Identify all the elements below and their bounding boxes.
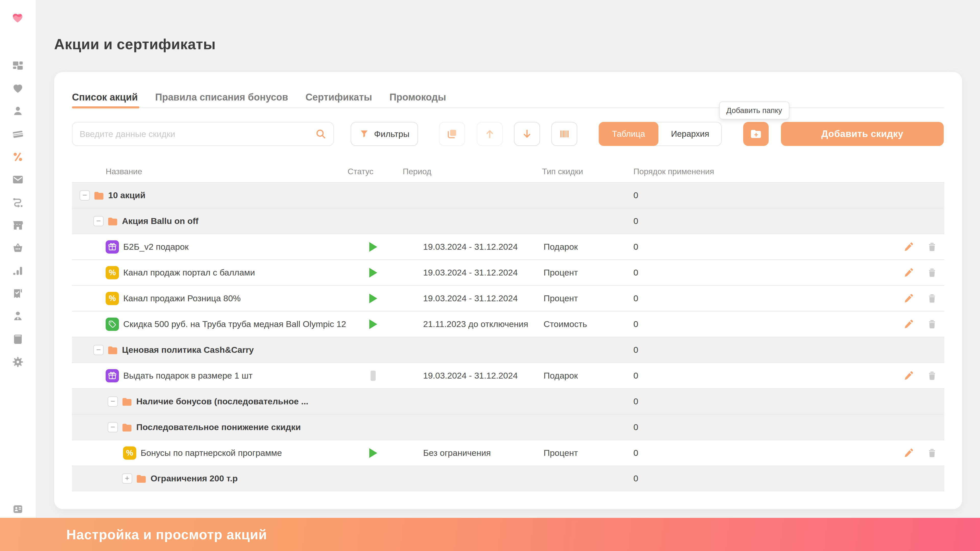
- status-cell: [358, 260, 388, 285]
- status-cell: [358, 208, 388, 233]
- search-input-wrap: [72, 122, 334, 146]
- discount-type-cell: Стоимость: [544, 311, 587, 337]
- period-cell: Без ограничения: [423, 440, 491, 465]
- period-cell: 19.03.2024 - 31.12.2024: [423, 363, 518, 388]
- apply-order-cell: 0: [633, 260, 638, 285]
- table-row[interactable]: %Канал продаж портал с баллами19.03.2024…: [72, 259, 944, 285]
- delete-button[interactable]: [926, 234, 938, 259]
- edit-button[interactable]: [903, 286, 915, 311]
- percent-badge-icon: %: [106, 266, 119, 279]
- status-cell: [358, 363, 388, 388]
- delete-button[interactable]: [926, 260, 938, 285]
- view-toggle-option-hierarchy[interactable]: Иерархия: [659, 122, 722, 145]
- folder-icon: [121, 422, 133, 433]
- table-row[interactable]: Выдать подарок в размере 1 шт19.03.2024 …: [72, 362, 944, 388]
- delete-button[interactable]: [926, 440, 938, 465]
- move-down-button[interactable]: [514, 122, 540, 146]
- add-folder-button[interactable]: [743, 122, 769, 146]
- copy-button[interactable]: [439, 122, 465, 146]
- view-toggle-option-table[interactable]: Таблица: [599, 122, 659, 146]
- table-row[interactable]: Б2Б_v2 подарок19.03.2024 - 31.12.2024Под…: [72, 233, 944, 259]
- item-name: Скидка 500 руб. на Труба труба медная Ba…: [123, 319, 346, 329]
- discount-type-cell: Процент: [544, 286, 578, 311]
- folder-icon: [121, 396, 133, 407]
- sidebar-item-bookmark-check-icon[interactable]: [12, 287, 24, 300]
- search-input[interactable]: [79, 129, 315, 139]
- sidebar-item-percent-icon[interactable]: [12, 151, 24, 163]
- sidebar-item-mail-icon[interactable]: [12, 173, 24, 186]
- sidebar-item-book-icon[interactable]: [12, 333, 24, 345]
- table-row[interactable]: %Бонусы по партнерской программеБез огра…: [72, 440, 944, 465]
- tab-bonus-writeoff-rules[interactable]: Правила списания бонусов: [155, 92, 288, 103]
- period-cell: 21.11.2023 до отключения: [423, 311, 528, 337]
- edit-button[interactable]: [903, 363, 915, 388]
- tab-promotions-list[interactable]: Список акций: [72, 92, 138, 103]
- tab-certificates[interactable]: Сертификаты: [305, 92, 372, 103]
- id-badge-icon[interactable]: [12, 503, 24, 515]
- status-cell: [358, 286, 388, 311]
- table-row[interactable]: −Наличие бонусов (последовательное ...0: [72, 388, 944, 414]
- filter-funnel-icon: [360, 129, 369, 139]
- expander-toggle[interactable]: −: [94, 345, 103, 355]
- column-header: Порядок применения: [633, 167, 714, 176]
- expander-toggle[interactable]: −: [94, 216, 103, 226]
- folder-plus-icon: [749, 127, 762, 141]
- barcode-button[interactable]: [551, 122, 577, 146]
- item-name: Б2Б_v2 подарок: [123, 242, 189, 252]
- expander-toggle[interactable]: +: [122, 473, 132, 484]
- sidebar-item-user-icon[interactable]: [12, 105, 24, 118]
- item-name: Бонусы по партнерской программе: [141, 448, 282, 458]
- period-cell: 19.03.2024 - 31.12.2024: [423, 260, 518, 285]
- apply-order-cell: 0: [633, 311, 638, 337]
- expander-toggle[interactable]: −: [108, 422, 118, 432]
- gift-icon: [106, 369, 119, 383]
- folder-name: Ограничения 200 т.р: [151, 473, 238, 483]
- sidebar-item-gear-icon[interactable]: [12, 356, 24, 368]
- discount-type-cell: Процент: [544, 440, 578, 465]
- status-cell: [358, 337, 388, 362]
- status-active-icon: [369, 319, 377, 329]
- move-up-button[interactable]: [477, 122, 503, 146]
- expander-toggle[interactable]: −: [80, 190, 90, 200]
- app-logo-heart-icon[interactable]: [11, 12, 24, 23]
- sidebar-item-route-icon[interactable]: [12, 196, 24, 208]
- arrow-down-icon: [521, 128, 533, 140]
- sidebar-item-heart-icon[interactable]: [12, 82, 24, 94]
- tab-promocodes[interactable]: Промокоды: [390, 92, 446, 103]
- apply-order-cell: 0: [633, 466, 638, 491]
- apply-order-cell: 0: [633, 363, 638, 388]
- table-row[interactable]: −Ценовая политика Cash&Carry0: [72, 337, 944, 362]
- table-row[interactable]: −10 акций0: [72, 182, 944, 208]
- column-header: Статус: [348, 167, 373, 176]
- table-row[interactable]: −Последовательное понижение скидки0: [72, 414, 944, 440]
- table-row[interactable]: Скидка 500 руб. на Труба труба медная Ba…: [72, 311, 944, 337]
- period-cell: 19.03.2024 - 31.12.2024: [423, 286, 518, 311]
- delete-button[interactable]: [926, 363, 938, 388]
- sidebar-item-basket-icon[interactable]: [12, 242, 24, 254]
- name-cell: −Акция Ballu on off: [72, 208, 199, 233]
- name-cell: %Канал продаж портал с баллами: [72, 260, 255, 285]
- sidebar-item-card-icon[interactable]: [12, 128, 24, 140]
- edit-button[interactable]: [903, 234, 915, 259]
- table-row[interactable]: +Ограничения 200 т.р0: [72, 465, 944, 491]
- period-cell: 19.03.2024 - 31.12.2024: [423, 234, 518, 259]
- table-row[interactable]: −Акция Ballu on off0: [72, 208, 944, 233]
- apply-order-cell: 0: [633, 389, 638, 414]
- expander-toggle[interactable]: −: [108, 396, 118, 407]
- edit-button[interactable]: [903, 311, 915, 337]
- delete-button[interactable]: [926, 311, 938, 337]
- delete-button[interactable]: [926, 286, 938, 311]
- filters-button[interactable]: Фильтры: [351, 122, 418, 146]
- name-cell: −10 акций: [72, 183, 145, 208]
- add-folder-tooltip: Добавить папку: [719, 102, 789, 119]
- sidebar-item-store-icon[interactable]: [12, 219, 24, 231]
- folder-name: Ценовая политика Cash&Carry: [122, 345, 254, 355]
- edit-button[interactable]: [903, 260, 915, 285]
- table-row[interactable]: %Канал продажи Розница 80%19.03.2024 - 3…: [72, 285, 944, 311]
- sidebar-item-employee-icon[interactable]: [12, 310, 24, 322]
- sidebar-item-chart-icon[interactable]: [12, 265, 24, 277]
- sidebar-item-dashboard-icon[interactable]: [12, 59, 24, 72]
- table-body: −10 акций0−Акция Ballu on off0Б2Б_v2 под…: [72, 182, 944, 491]
- add-discount-button[interactable]: Добавить скидку: [781, 122, 944, 146]
- edit-button[interactable]: [903, 440, 915, 465]
